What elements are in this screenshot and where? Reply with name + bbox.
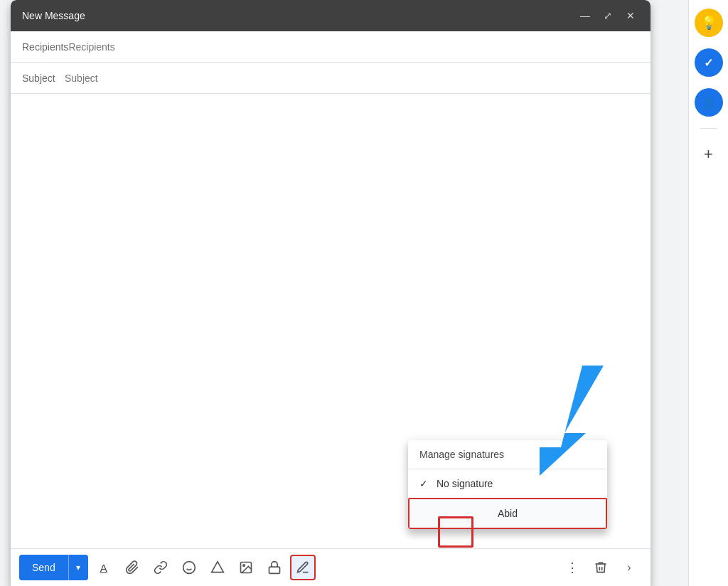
person-icon: 👤 (702, 96, 716, 110)
signature-button[interactable] (290, 555, 316, 580)
expand-button[interactable]: › (616, 555, 642, 580)
emoji-icon (182, 560, 196, 575)
recipients-field: Recipients (11, 31, 651, 63)
subject-input[interactable] (65, 73, 639, 84)
right-sidebar: 💡 ✓ 👤 + (688, 0, 728, 586)
more-options-button[interactable]: ⋮ (560, 555, 585, 580)
add-sidebar-button[interactable]: + (695, 140, 723, 169)
recipients-label: Recipients (22, 41, 68, 53)
plus-icon: + (704, 145, 713, 164)
drive-icon (210, 560, 225, 575)
manage-signatures-label: Manage signatures (419, 449, 504, 460)
check-icon: ✓ (419, 478, 428, 489)
discard-button[interactable] (588, 555, 614, 580)
abid-label: Abid (498, 508, 518, 519)
subject-field: Subject (11, 63, 651, 94)
compose-header: New Message — ⤢ ✕ (11, 0, 651, 31)
emoji-button[interactable] (176, 555, 202, 580)
keep-icon-btn[interactable]: 💡 (695, 9, 723, 37)
close-button[interactable]: ✕ (622, 7, 639, 24)
svg-point-4 (243, 565, 245, 567)
signature-dropdown: Manage signatures ✓ No signature Abid (408, 440, 607, 529)
compose-header-actions: — ⤢ ✕ (577, 7, 639, 24)
subject-label: Subject (22, 73, 65, 84)
format-text-icon: A (100, 562, 107, 574)
send-label: Send (19, 555, 68, 580)
sidebar-divider (700, 128, 717, 129)
bulb-icon: 💡 (701, 15, 717, 31)
compose-footer: Send ▾ A (11, 548, 651, 586)
confidential-button[interactable] (262, 555, 287, 580)
contacts-icon-btn[interactable]: 👤 (695, 88, 723, 117)
paperclip-icon (125, 560, 139, 575)
chevron-right-icon: › (627, 561, 631, 574)
chevron-down-icon: ▾ (76, 563, 80, 572)
minimize-button[interactable]: — (577, 7, 594, 24)
trash-icon (594, 560, 608, 575)
no-signature-label: No signature (437, 478, 493, 489)
compose-title: New Message (22, 10, 85, 21)
link-icon (154, 560, 168, 575)
image-icon (239, 560, 253, 575)
no-signature-item[interactable]: ✓ No signature (408, 469, 607, 498)
attach-button[interactable] (119, 555, 145, 580)
link-button[interactable] (148, 555, 173, 580)
send-button[interactable]: Send ▾ (19, 555, 88, 580)
more-icon: ⋮ (566, 560, 579, 575)
lock-icon (267, 560, 282, 575)
send-dropdown-arrow[interactable]: ▾ (68, 555, 88, 580)
abid-signature-item[interactable]: Abid (408, 498, 607, 529)
drive-button[interactable] (205, 555, 230, 580)
svg-point-0 (183, 562, 195, 574)
check-icon: ✓ (704, 56, 713, 70)
image-button[interactable] (233, 555, 259, 580)
recipients-input[interactable] (68, 41, 639, 53)
maximize-button[interactable]: ⤢ (599, 7, 616, 24)
format-text-button[interactable]: A (91, 555, 117, 580)
pen-icon (296, 560, 310, 575)
manage-signatures-item[interactable]: Manage signatures (408, 440, 607, 469)
tasks-icon-btn[interactable]: ✓ (695, 48, 723, 77)
svg-rect-5 (269, 567, 279, 573)
